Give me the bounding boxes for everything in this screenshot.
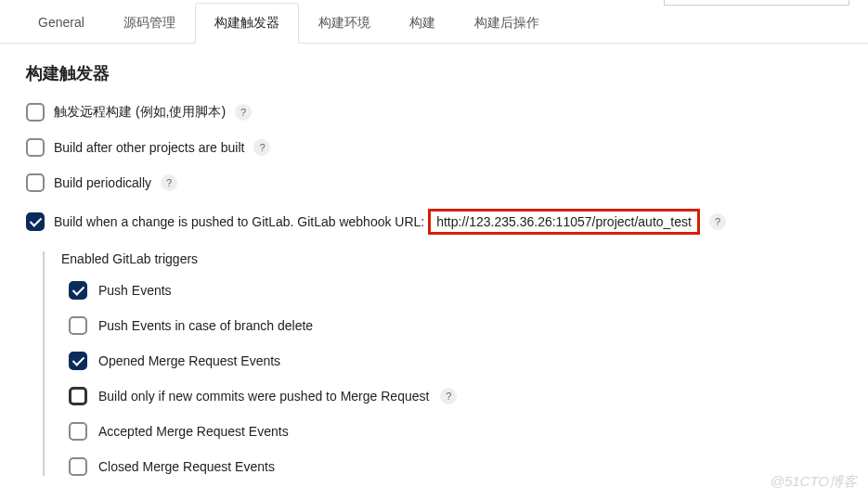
- option-push-events: Push Events: [69, 281, 842, 300]
- label-opened-mr: Opened Merge Request Events: [98, 353, 280, 368]
- checkbox-build-after-projects[interactable]: [26, 138, 45, 157]
- checkbox-accepted-mr[interactable]: [69, 422, 87, 441]
- help-icon[interactable]: ?: [440, 388, 457, 404]
- option-gitlab-push: Build when a change is pushed to GitLab.…: [26, 209, 842, 235]
- label-closed-mr: Closed Merge Request Events: [98, 459, 275, 474]
- checkbox-build-periodically[interactable]: [26, 173, 45, 192]
- help-icon[interactable]: ?: [235, 104, 252, 121]
- label-push-branch-delete: Push Events in case of branch delete: [98, 318, 313, 333]
- label-gitlab-push: Build when a change is pushed to GitLab.…: [54, 209, 700, 235]
- tab-post-build-actions[interactable]: 构建后操作: [455, 3, 559, 44]
- tab-build-triggers[interactable]: 构建触发器: [195, 3, 299, 44]
- section-title: 构建触发器: [26, 62, 842, 84]
- option-push-branch-delete: Push Events in case of branch delete: [69, 316, 842, 335]
- checkbox-closed-mr[interactable]: [69, 457, 87, 476]
- option-trigger-remote: 触发远程构建 (例如,使用脚本) ?: [26, 103, 842, 122]
- checkbox-push-events[interactable]: [69, 281, 87, 300]
- label-trigger-remote: 触发远程构建 (例如,使用脚本): [54, 104, 226, 121]
- label-build-new-commits: Build only if new commits were pushed to…: [98, 389, 429, 404]
- help-icon[interactable]: ?: [161, 174, 177, 191]
- tab-source-management[interactable]: 源码管理: [104, 3, 195, 44]
- build-triggers-section: 构建触发器 触发远程构建 (例如,使用脚本) ? Build after oth…: [0, 44, 868, 500]
- option-accepted-mr: Accepted Merge Request Events: [69, 422, 842, 441]
- label-build-periodically: Build periodically: [54, 175, 151, 190]
- gitlab-webhook-url: http://123.235.36.26:11057/project/auto_…: [428, 209, 700, 235]
- label-build-after-projects: Build after other projects are built: [54, 140, 244, 155]
- tab-build-environment[interactable]: 构建环境: [299, 3, 390, 44]
- help-icon[interactable]: ?: [709, 213, 726, 230]
- watermark: @51CTO博客: [771, 473, 857, 491]
- checkbox-push-branch-delete[interactable]: [69, 316, 87, 335]
- label-push-events: Push Events: [98, 283, 172, 298]
- option-build-after-projects: Build after other projects are built ?: [26, 138, 842, 157]
- label-gitlab-push-prefix: Build when a change is pushed to GitLab.…: [54, 214, 428, 229]
- help-icon[interactable]: ?: [253, 139, 270, 156]
- gitlab-triggers-subsection: Enabled GitLab triggers Push Events Push…: [43, 251, 842, 476]
- tab-general[interactable]: General: [19, 3, 104, 44]
- config-tabs: General 源码管理 构建触发器 构建环境 构建 构建后操作: [0, 2, 868, 44]
- label-accepted-mr: Accepted Merge Request Events: [98, 424, 289, 439]
- option-build-new-commits: Build only if new commits were pushed to…: [69, 387, 842, 405]
- option-opened-mr: Opened Merge Request Events: [69, 352, 842, 370]
- option-build-periodically: Build periodically ?: [26, 173, 842, 192]
- checkbox-build-new-commits[interactable]: [69, 387, 87, 405]
- checkbox-opened-mr[interactable]: [69, 352, 87, 370]
- enabled-gitlab-triggers-title: Enabled GitLab triggers: [61, 251, 842, 266]
- checkbox-trigger-remote[interactable]: [26, 103, 45, 122]
- option-closed-mr: Closed Merge Request Events: [69, 457, 842, 476]
- tab-build[interactable]: 构建: [390, 3, 455, 44]
- checkbox-gitlab-push[interactable]: [26, 212, 45, 231]
